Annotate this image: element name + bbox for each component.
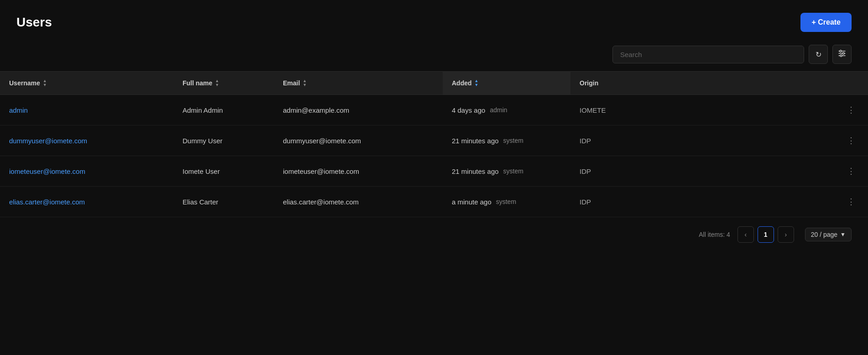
col-header-actions xyxy=(834,72,868,95)
table-row: elias.carter@iomete.com Elias Carter eli… xyxy=(0,187,868,217)
svg-point-5 xyxy=(840,55,842,57)
sort-icon-username: ▲▼ xyxy=(43,79,47,87)
actions-cell: ⋮ xyxy=(834,156,868,187)
fullname-cell: Elias Carter xyxy=(173,187,274,217)
origin-cell: IDP xyxy=(570,125,834,156)
actions-cell: ⋮ xyxy=(834,95,868,125)
row-more-button[interactable]: ⋮ xyxy=(843,103,859,117)
sort-icon-email: ▲▼ xyxy=(303,79,307,87)
username-cell: admin xyxy=(0,95,173,125)
sort-icon-fullname: ▲▼ xyxy=(215,79,219,87)
filter-icon xyxy=(838,49,846,59)
chevron-down-icon: ▼ xyxy=(840,231,846,238)
chevron-left-icon: ‹ xyxy=(744,231,747,238)
table-row: dummyuser@iomete.com Dummy User dummyuse… xyxy=(0,125,868,156)
email-cell: elias.carter@iomete.com xyxy=(274,187,443,217)
added-time: a minute ago xyxy=(452,198,492,206)
actions-cell: ⋮ xyxy=(834,125,868,156)
next-page-button[interactable]: › xyxy=(778,226,794,243)
username-cell: iometeuser@iomete.com xyxy=(0,156,173,187)
pagination-info: All items: 4 xyxy=(699,231,730,238)
email-cell: admin@example.com xyxy=(274,95,443,125)
added-by: system xyxy=(496,198,516,205)
username-link[interactable]: iometeuser@iomete.com xyxy=(9,167,85,175)
added-cell: 4 days ago admin xyxy=(443,95,570,125)
email-cell: dummyuser@iomete.com xyxy=(274,125,443,156)
pagination: All items: 4 ‹ 1 › 20 / page ▼ xyxy=(0,217,868,252)
table-header-row: Username ▲▼ Full name ▲▼ Email ▲▼ xyxy=(0,72,868,95)
toolbar: ↻ xyxy=(0,41,868,71)
col-header-fullname[interactable]: Full name ▲▼ xyxy=(173,72,274,95)
username-link[interactable]: dummyuser@iomete.com xyxy=(9,137,87,145)
row-more-button[interactable]: ⋮ xyxy=(843,164,859,178)
added-cell: a minute ago system xyxy=(443,187,570,217)
added-by: system xyxy=(503,137,523,144)
col-header-email[interactable]: Email ▲▼ xyxy=(274,72,443,95)
chevron-right-icon: › xyxy=(784,231,787,238)
users-table-container: Username ▲▼ Full name ▲▼ Email ▲▼ xyxy=(0,71,868,217)
origin-cell: IOMETE xyxy=(570,95,834,125)
origin-cell: IDP xyxy=(570,187,834,217)
page-title: Users xyxy=(16,15,52,30)
current-page-number[interactable]: 1 xyxy=(758,226,774,243)
added-time: 4 days ago xyxy=(452,106,485,114)
users-table: Username ▲▼ Full name ▲▼ Email ▲▼ xyxy=(0,72,868,217)
origin-cell: IDP xyxy=(570,156,834,187)
search-input[interactable] xyxy=(612,46,804,63)
email-cell: iometeuser@iomete.com xyxy=(274,156,443,187)
filter-button[interactable] xyxy=(832,45,852,64)
username-cell: elias.carter@iomete.com xyxy=(0,187,173,217)
added-by: system xyxy=(503,167,523,175)
row-more-button[interactable]: ⋮ xyxy=(843,134,859,147)
fullname-cell: Dummy User xyxy=(173,125,274,156)
fullname-cell: Admin Admin xyxy=(173,95,274,125)
added-cell: 21 minutes ago system xyxy=(443,125,570,156)
refresh-button[interactable]: ↻ xyxy=(809,45,828,64)
per-page-select[interactable]: 20 / page ▼ xyxy=(805,228,852,241)
table-row: iometeuser@iomete.com Iomete User iomete… xyxy=(0,156,868,187)
username-cell: dummyuser@iomete.com xyxy=(0,125,173,156)
fullname-cell: Iomete User xyxy=(173,156,274,187)
row-more-button[interactable]: ⋮ xyxy=(843,195,859,209)
added-cell: 21 minutes ago system xyxy=(443,156,570,187)
added-by: admin xyxy=(490,106,507,114)
col-header-added[interactable]: Added ▲▼ xyxy=(443,72,570,95)
prev-page-button[interactable]: ‹ xyxy=(737,226,754,243)
col-header-username[interactable]: Username ▲▼ xyxy=(0,72,173,95)
page-header: Users + Create xyxy=(0,0,868,41)
create-button[interactable]: + Create xyxy=(800,13,852,32)
sort-icon-added: ▲▼ xyxy=(475,79,479,87)
svg-point-3 xyxy=(840,50,842,52)
username-link[interactable]: admin xyxy=(9,106,28,114)
added-time: 21 minutes ago xyxy=(452,167,499,175)
added-time: 21 minutes ago xyxy=(452,137,499,145)
svg-point-4 xyxy=(842,52,844,54)
search-input-wrapper xyxy=(612,46,804,63)
col-header-origin: Origin xyxy=(570,72,834,95)
username-link[interactable]: elias.carter@iomete.com xyxy=(9,198,85,206)
table-row: admin Admin Admin admin@example.com 4 da… xyxy=(0,95,868,125)
actions-cell: ⋮ xyxy=(834,187,868,217)
refresh-icon: ↻ xyxy=(816,50,821,59)
